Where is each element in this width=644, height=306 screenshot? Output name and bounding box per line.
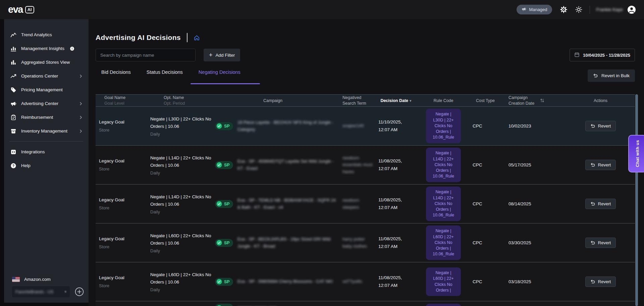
search-term-blurred: snajee/140 [342, 122, 364, 129]
sidebar-item-reimbursement[interactable]: Reimbursement [4, 110, 89, 124]
page-title: Advertising AI Decisions [96, 34, 181, 42]
col-rule-code: Rule Code [419, 98, 468, 103]
date-range-value: 10/04/2025 - 11/28/2025 [583, 53, 630, 58]
controls-row: + Add Filter 10/04/2025 - 11/28/2025 [96, 49, 635, 61]
goal-level: Store [99, 128, 148, 133]
creation-date-cell: 05/17/2025 [502, 162, 566, 167]
rule-code-cell: Negate | L14D | 22+ Clicks No Orders | 1… [419, 148, 468, 182]
sidebar-item-pricing-management[interactable]: Pricing Management [4, 83, 89, 97]
sort-caret-icon: ▾ [410, 99, 412, 103]
user-name: Frankie Kaye [596, 7, 623, 12]
add-store-button[interactable] [75, 287, 84, 296]
sidebar: Trend AnalyticsManagement InsightsiAggre… [4, 19, 89, 303]
megaphone-icon [10, 101, 16, 107]
revert-button[interactable]: Revert [585, 199, 616, 209]
col-negatived-search-term: Negatived Search Term [340, 95, 373, 106]
sidebar-item-management-insights[interactable]: Management Insightsi [4, 42, 89, 55]
managed-badge[interactable]: Managed [517, 5, 552, 14]
col-goal-name: Goal Name Goal Level [96, 95, 148, 106]
body-row: Trend AnalyticsManagement InsightsiAggre… [0, 19, 644, 306]
rule-code-badge: Negate | L14D | 22+ Clicks No Orders | 1… [426, 148, 461, 182]
sort-arrows-icon[interactable] [540, 98, 545, 103]
opt-name: Negate | L30D | 22+ Clicks No Orders | 1… [150, 115, 211, 130]
sidebar-item-aggregated-stores-view[interactable]: Aggregated Stores View [4, 55, 89, 69]
table-row: SPxxxxxxx xxxxxx xxxx [96, 301, 635, 306]
sidebar-item-label: Help [21, 163, 31, 168]
table-body: Legacy GoalStoreNegate | L30D | 22+ Clic… [96, 107, 635, 306]
marketplace-label: Amazon.com [24, 277, 51, 282]
campaign-cell: SPEva - SP - BECKJAPLBS - 19pc Sized GRI… [215, 236, 340, 249]
tabs-row: Bid Decisions Status Decisions Negating … [96, 69, 635, 82]
table-row: Legacy GoalStoreNegate | L30D | 22+ Clic… [96, 107, 635, 146]
sidebar-nav: Trend AnalyticsManagement InsightsiAggre… [4, 28, 89, 172]
settings-gear-icon[interactable] [560, 6, 567, 13]
home-icon[interactable] [194, 35, 200, 41]
sidebar-divider [9, 141, 83, 142]
table-row: Legacy GoalStoreNegate | L60D | 22+ Clic… [96, 262, 635, 301]
creation-date-cell: 10/02/2023 [502, 123, 566, 129]
revert-button[interactable]: Revert [585, 238, 616, 248]
add-filter-button[interactable]: + Add Filter [204, 49, 240, 61]
opt-period: Daily [150, 248, 215, 253]
operations-center-icon [10, 73, 16, 79]
campaign-type-badge: SP [215, 200, 233, 208]
logo-ai-badge: AI [25, 6, 34, 13]
campaign-type-badge: SP [215, 239, 233, 247]
tab-bid-decisions[interactable]: Bid Decisions [101, 69, 131, 75]
date-range-picker[interactable]: 10/04/2025 - 11/28/2025 [570, 49, 635, 61]
rule-code-badge: Negate | L30D | 22+ Clicks No Orders | 1… [426, 109, 461, 143]
cost-type-cell: CPC [468, 123, 502, 129]
decision-date-cell: 11/08/2025,12:07 AM [373, 196, 419, 212]
store-account-name: FavoriteBrands - US [15, 290, 53, 294]
user-avatar-icon[interactable] [627, 5, 636, 14]
chevron-right-icon [78, 101, 83, 106]
vertical-scrollbar[interactable] [635, 94, 638, 306]
chat-with-us-tab[interactable]: Chat with us [628, 135, 644, 172]
table-header: Goal Name Goal Level Opt. Name Opt. Peri… [96, 94, 635, 107]
sidebar-item-inventory-management[interactable]: Inventory Management [4, 124, 89, 138]
rule-code-cell: Negate | L60D | 22+ Clicks No Orders | 1… [419, 225, 468, 260]
undo-icon [590, 201, 595, 207]
sidebar-item-label: Inventory Management [21, 129, 67, 134]
campaign-type-badge: SP [215, 122, 233, 130]
campaign-name-blurred: 18 Piece Layette - BECHUV NFS King of Ju… [237, 119, 336, 133]
goal-name: Legacy Goal [99, 119, 148, 124]
chevron-right-icon [78, 129, 83, 134]
sidebar-item-operations-center[interactable]: Operations Center [4, 69, 89, 83]
campaign-cell: SPxxxxxxx xxxxxx xxxx [215, 304, 340, 306]
help-circle-icon: ? [10, 163, 16, 169]
rule-code-badge [426, 304, 461, 306]
sidebar-item-help[interactable]: ?Help [4, 159, 89, 172]
sidebar-item-label: Management Insights [21, 46, 64, 51]
light-mode-sun-icon[interactable] [575, 6, 582, 13]
revert-button[interactable]: Revert [585, 276, 616, 287]
campaign-name-blurred: xxxxxxx xxxxxx xxxx [237, 304, 277, 306]
negatived-search-term-cell: newborn sleepers [340, 197, 373, 210]
search-input[interactable] [96, 49, 196, 61]
revert-in-bulk-button[interactable]: Revert in Bulk [588, 69, 635, 82]
opt-cell: Negate | L14D | 22+ Clicks No Orders | 1… [148, 193, 215, 214]
svg-text:?: ? [12, 163, 14, 167]
campaign-type-badge: SP [215, 304, 233, 306]
goal-cell: Legacy GoalStore [96, 158, 148, 171]
sidebar-item-advertising-center[interactable]: Advertising Center [4, 97, 89, 110]
revert-button[interactable]: Revert [585, 160, 616, 170]
store-account-select[interactable]: FavoriteBrands - US ▾ [12, 286, 70, 297]
revert-button[interactable]: Revert [585, 121, 616, 131]
sidebar-item-label: Integrations [21, 149, 45, 154]
sidebar-item-label: Reimbursement [21, 115, 53, 120]
pricing-tag-icon [10, 87, 16, 93]
decisions-table: Goal Name Goal Level Opt. Name Opt. Peri… [96, 94, 635, 306]
col-campaign-creation-date[interactable]: Campaign Creation Date [502, 95, 566, 106]
sidebar-item-trend-analytics[interactable]: Trend Analytics [4, 28, 89, 42]
col-decision-date[interactable]: Decision Date▾ [373, 98, 419, 103]
tab-status-decisions[interactable]: Status Decisions [147, 69, 183, 75]
sidebar-item-label: Trend Analytics [21, 32, 52, 37]
integrations-icon [10, 149, 16, 155]
megaphone-icon [522, 7, 526, 12]
tab-negating-decisions[interactable]: Negating Decisions [199, 69, 240, 75]
sidebar-item-integrations[interactable]: Integrations [4, 145, 89, 159]
campaign-name-blurred: Eva - SP - BECKJAPLBS - 19pc Sized GRI W… [237, 236, 336, 249]
actions-cell: Revert [566, 238, 635, 248]
opt-name: Negate | L60D | 22+ Clicks No Orders | 1… [150, 271, 211, 286]
